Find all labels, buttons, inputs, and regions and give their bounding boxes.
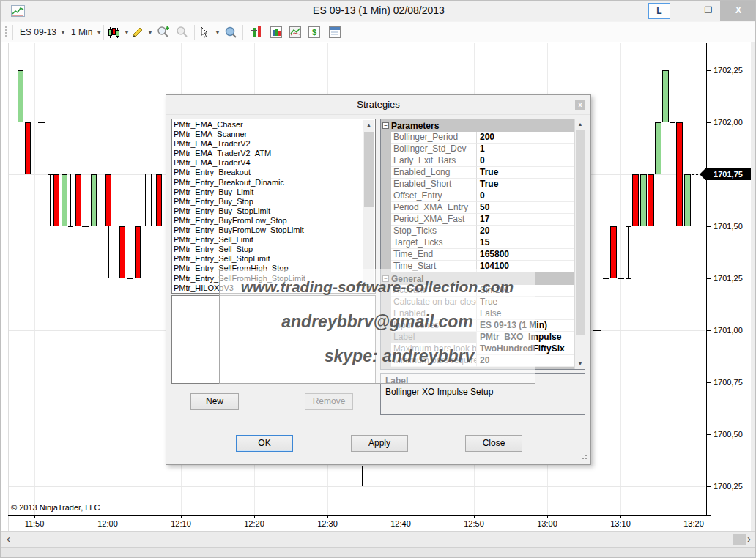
- new-button[interactable]: New: [190, 393, 239, 410]
- strategy-list-item[interactable]: PMtr_Entry_Sell_Stop: [174, 245, 374, 254]
- property-row[interactable]: Enabled_LongTrue: [381, 167, 585, 179]
- available-strategies-list[interactable]: PMtr_EMA_ChaserPMtr_EMA_ScannerPMtr_EMA_…: [171, 119, 376, 294]
- strategy-list-item[interactable]: PMtr_EMA_TraderV2: [174, 139, 374, 149]
- chart-panel-icon: [270, 26, 283, 39]
- property-value[interactable]: 200: [477, 132, 585, 144]
- open-close-dash: [603, 278, 609, 279]
- data-magnifier-button[interactable]: [222, 23, 240, 41]
- strategy-list-item[interactable]: PMtr_EMA_Chaser: [174, 120, 374, 130]
- property-label[interactable]: Bollinger_Std_Dev: [391, 144, 477, 155]
- property-row[interactable]: Target_Ticks15: [381, 237, 585, 249]
- scroll-up-icon[interactable]: ▲: [575, 119, 585, 130]
- dialog-title-bar[interactable]: Strategies x: [166, 95, 590, 115]
- zoom-in-button[interactable]: [155, 23, 172, 41]
- property-value[interactable]: True: [477, 167, 585, 179]
- property-row[interactable]: Bollinger_Std_Dev1: [381, 144, 585, 155]
- property-label[interactable]: Time_End: [391, 249, 477, 261]
- window-bottom-edge: [1, 547, 756, 558]
- property-value[interactable]: 20: [477, 226, 585, 237]
- property-row[interactable]: Offset_Entry0: [381, 190, 585, 202]
- strategy-list-item[interactable]: PMtr_EMA_TraderV2_ATM: [174, 149, 374, 158]
- drawing-tools-button[interactable]: ▼: [131, 23, 153, 41]
- property-row[interactable]: Bollinger_Period200: [381, 132, 585, 144]
- property-row[interactable]: Period_XMA_Entry50: [381, 202, 585, 214]
- cursor-mode-button[interactable]: ▼: [199, 23, 220, 41]
- property-row[interactable]: Period_XMA_Fast17: [381, 214, 585, 226]
- property-value[interactable]: 1: [477, 144, 585, 155]
- strategy-list-item[interactable]: PMtr_Entry_Buy_Limit: [174, 187, 374, 197]
- property-label[interactable]: Stop_Ticks: [391, 226, 477, 237]
- property-row[interactable]: Enabled_ShortTrue: [381, 179, 585, 190]
- interval-dropdown[interactable]: 1 Min▼: [71, 23, 102, 41]
- account-performance-button[interactable]: $: [305, 23, 323, 41]
- close-button[interactable]: X: [720, 1, 756, 21]
- grid-scrollbar[interactable]: ▲ ▼: [574, 119, 585, 369]
- strategy-list-item[interactable]: PMtr_EMA_Scanner: [174, 130, 374, 139]
- property-label[interactable]: Period_XMA_Entry: [391, 202, 477, 214]
- apply-button[interactable]: Apply: [351, 435, 408, 452]
- property-value[interactable]: 165800: [477, 249, 585, 261]
- price-tick-label: 1701,50: [714, 222, 743, 231]
- price-axis[interactable]: [706, 43, 707, 516]
- remove-button[interactable]: Remove: [305, 393, 353, 410]
- collapse-icon[interactable]: −: [382, 122, 389, 129]
- strategy-list-item[interactable]: PMtr_Entry_BuyFromLow_Stop: [174, 216, 374, 226]
- instrument-dropdown[interactable]: ES 09-13▼: [20, 23, 66, 41]
- property-label[interactable]: Bollinger_Period: [391, 132, 477, 144]
- dialog-title: Strategies: [166, 95, 590, 114]
- property-row[interactable]: Stop_Ticks20: [381, 226, 585, 237]
- scrollbar-thumb[interactable]: [576, 130, 585, 335]
- property-value[interactable]: 15: [477, 237, 585, 249]
- property-value[interactable]: 0: [477, 190, 585, 202]
- strategy-list-item[interactable]: PMtr_Entry_Sell_StopLimit: [174, 254, 374, 264]
- horizontal-scrollbar[interactable]: ‹ ›: [1, 531, 756, 547]
- property-label[interactable]: Enabled_Short: [391, 179, 477, 190]
- chart-panel-button[interactable]: [267, 23, 285, 41]
- indicators-button[interactable]: [248, 23, 266, 41]
- list-scrollbar[interactable]: ▲ ▼: [363, 120, 374, 292]
- property-indent: [381, 167, 391, 179]
- scroll-left-icon[interactable]: ‹: [7, 532, 10, 545]
- property-label[interactable]: Period_XMA_Fast: [391, 214, 477, 226]
- dialog-resize-grip[interactable]: [580, 454, 587, 461]
- property-value[interactable]: 50: [477, 202, 585, 214]
- toolbar-grip-handle[interactable]: [5, 26, 7, 38]
- strategy-list-item[interactable]: PMtr_Entry_Buy_Stop: [174, 197, 374, 207]
- scrollbar-thumb[interactable]: [364, 132, 374, 207]
- scroll-up-icon[interactable]: ▲: [363, 120, 374, 130]
- property-label[interactable]: Offset_Entry: [391, 190, 477, 202]
- property-value[interactable]: 0: [477, 155, 585, 167]
- zoom-out-button[interactable]: [174, 23, 191, 41]
- strategy-list-item[interactable]: PMtr_Entry_Breakout: [174, 168, 374, 177]
- strategy-list-item[interactable]: PMtr_Entry_Sell_Limit: [174, 235, 374, 245]
- property-label[interactable]: Enabled_Long: [391, 167, 477, 179]
- strategy-list-item[interactable]: PMtr_EMA_TraderV4: [174, 158, 374, 168]
- property-row[interactable]: Time_End165800: [381, 249, 585, 261]
- candlestick-style-button[interactable]: ▼: [108, 23, 130, 41]
- link-button[interactable]: L: [648, 3, 670, 19]
- strategy-list-item[interactable]: PMtr_Entry_Breakout_Dinamic: [174, 178, 374, 187]
- chart-regions-button[interactable]: [286, 23, 304, 41]
- data-box-button[interactable]: [326, 23, 344, 41]
- dialog-close-button[interactable]: x: [575, 100, 585, 110]
- close-dialog-button[interactable]: Close: [465, 435, 522, 452]
- time-axis[interactable]: [8, 515, 711, 516]
- minimize-button[interactable]: –: [676, 1, 697, 21]
- wick-cap: [127, 278, 133, 279]
- scroll-right-icon[interactable]: ›: [747, 532, 751, 545]
- time-tick-label: 12:50: [458, 519, 490, 528]
- property-label[interactable]: Target_Ticks: [391, 237, 477, 249]
- property-row[interactable]: Early_Exit_Bars0: [381, 155, 585, 167]
- open-close-dash: [670, 122, 675, 123]
- property-value[interactable]: 17: [477, 214, 585, 226]
- maximize-button[interactable]: ❐: [698, 1, 719, 21]
- strategy-list-item[interactable]: PMtr_Entry_BuyFromLow_StopLimit: [174, 226, 374, 235]
- property-category-row[interactable]: −Parameters: [381, 119, 585, 132]
- strategy-list-item[interactable]: PMtr_Entry_Buy_StopLimit: [174, 207, 374, 216]
- ok-button[interactable]: OK: [236, 435, 293, 452]
- property-label[interactable]: Early_Exit_Bars: [391, 155, 477, 167]
- scroll-down-icon[interactable]: ▼: [575, 359, 585, 369]
- property-value[interactable]: True: [477, 179, 585, 190]
- window-right-edge: [751, 42, 756, 558]
- scrollbar-thumb[interactable]: [733, 534, 746, 545]
